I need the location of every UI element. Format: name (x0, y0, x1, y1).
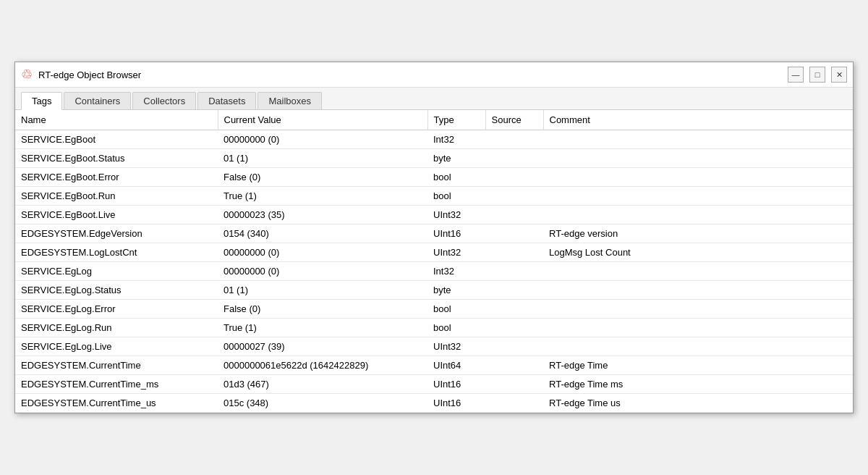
title-bar-left: ♲ RT-edge Object Browser (21, 67, 141, 83)
table-row[interactable]: SERVICE.EgBoot.Run True (1) bool (15, 187, 853, 206)
cell-name: SERVICE.EgLog.Error (15, 300, 218, 319)
header-name: Name (15, 110, 218, 130)
cell-source (485, 394, 543, 413)
cell-name: EDGESYSTEM.CurrentTime_ms (15, 375, 218, 394)
cell-comment (543, 337, 853, 356)
header-type: Type (427, 110, 485, 130)
table-row[interactable]: EDGESYSTEM.LogLostCnt 00000000 (0) UInt3… (15, 243, 853, 262)
header-source: Source (485, 110, 543, 130)
cell-comment: RT-edge Time (543, 356, 853, 375)
cell-comment (543, 187, 853, 206)
cell-type: UInt32 (427, 337, 485, 356)
cell-type: bool (427, 187, 485, 206)
table-row[interactable]: SERVICE.EgBoot.Status 01 (1) byte (15, 149, 853, 168)
cell-comment (543, 319, 853, 337)
cell-source (485, 243, 543, 262)
cell-value: 00000000 (0) (218, 130, 427, 149)
cell-comment: RT-edge Time ms (543, 375, 853, 394)
window-title: RT-edge Object Browser (38, 70, 141, 80)
table-row[interactable]: SERVICE.EgBoot.Live 00000023 (35) UInt32 (15, 206, 853, 224)
cell-comment: RT-edge Time us (543, 394, 853, 413)
cell-type: UInt32 (427, 206, 485, 224)
app-icon: ♲ (21, 67, 33, 83)
cell-name: SERVICE.EgLog.Live (15, 337, 218, 356)
table-row[interactable]: SERVICE.EgLog.Run True (1) bool (15, 319, 853, 337)
cell-name: EDGESYSTEM.LogLostCnt (15, 243, 218, 262)
cell-type: byte (427, 149, 485, 168)
tab-datasets[interactable]: Datasets (197, 92, 256, 109)
cell-name: SERVICE.EgBoot.Run (15, 187, 218, 206)
cell-type: Int32 (427, 262, 485, 281)
cell-comment (543, 262, 853, 281)
tab-tags[interactable]: Tags (21, 92, 62, 110)
cell-comment (543, 149, 853, 168)
cell-type: byte (427, 281, 485, 300)
cell-value: 0000000061e5622d (1642422829) (218, 356, 427, 375)
cell-value: 00000000 (0) (218, 243, 427, 262)
cell-value: 01 (1) (218, 281, 427, 300)
cell-source (485, 337, 543, 356)
cell-type: UInt16 (427, 224, 485, 243)
cell-value: 00000027 (39) (218, 337, 427, 356)
table-row[interactable]: SERVICE.EgBoot.Error False (0) bool (15, 168, 853, 187)
cell-type: UInt16 (427, 375, 485, 394)
cell-source (485, 187, 543, 206)
cell-value: 01d3 (467) (218, 375, 427, 394)
minimize-button[interactable]: — (788, 67, 804, 83)
cell-source (485, 206, 543, 224)
cell-type: UInt16 (427, 394, 485, 413)
tab-containers[interactable]: Containers (64, 92, 131, 109)
cell-value: 00000000 (0) (218, 262, 427, 281)
table-row[interactable]: SERVICE.EgBoot 00000000 (0) Int32 (15, 130, 853, 149)
cell-source (485, 168, 543, 187)
table-header-row: Name Current Value Type Source Comment (15, 110, 853, 130)
title-bar: ♲ RT-edge Object Browser — □ ✕ (15, 62, 853, 88)
table-row[interactable]: EDGESYSTEM.CurrentTime 0000000061e5622d … (15, 356, 853, 375)
tab-mailboxes[interactable]: Mailboxes (258, 92, 322, 109)
table-body: SERVICE.EgBoot 00000000 (0) Int32 SERVIC… (15, 130, 853, 413)
cell-name: SERVICE.EgLog.Status (15, 281, 218, 300)
maximize-button[interactable]: □ (809, 67, 825, 83)
data-table: Name Current Value Type Source Comment S… (15, 110, 853, 413)
cell-source (485, 319, 543, 337)
header-comment: Comment (543, 110, 853, 130)
cell-source (485, 149, 543, 168)
table-row[interactable]: SERVICE.EgLog.Error False (0) bool (15, 300, 853, 319)
cell-source (485, 281, 543, 300)
table-row[interactable]: EDGESYSTEM.CurrentTime_us 015c (348) UIn… (15, 394, 853, 413)
cell-comment: RT-edge version (543, 224, 853, 243)
cell-comment (543, 130, 853, 149)
table-row[interactable]: EDGESYSTEM.CurrentTime_ms 01d3 (467) UIn… (15, 375, 853, 394)
cell-name: SERVICE.EgLog.Run (15, 319, 218, 337)
table-wrapper[interactable]: Name Current Value Type Source Comment S… (15, 110, 853, 413)
cell-value: True (1) (218, 319, 427, 337)
cell-name: SERVICE.EgBoot.Error (15, 168, 218, 187)
close-button[interactable]: ✕ (831, 67, 847, 83)
tab-bar: Tags Containers Collectors Datasets Mail… (15, 88, 853, 110)
cell-name: EDGESYSTEM.CurrentTime (15, 356, 218, 375)
tab-collectors[interactable]: Collectors (132, 92, 196, 109)
table-row[interactable]: SERVICE.EgLog.Live 00000027 (39) UInt32 (15, 337, 853, 356)
cell-value: False (0) (218, 300, 427, 319)
cell-type: Int32 (427, 130, 485, 149)
cell-source (485, 356, 543, 375)
cell-value: False (0) (218, 168, 427, 187)
cell-name: SERVICE.EgBoot (15, 130, 218, 149)
cell-name: SERVICE.EgLog (15, 262, 218, 281)
cell-type: UInt64 (427, 356, 485, 375)
cell-value: 015c (348) (218, 394, 427, 413)
cell-name: SERVICE.EgBoot.Status (15, 149, 218, 168)
cell-comment (543, 206, 853, 224)
table-row[interactable]: EDGESYSTEM.EdgeVersion 0154 (340) UInt16… (15, 224, 853, 243)
cell-name: EDGESYSTEM.CurrentTime_us (15, 394, 218, 413)
cell-value: 0154 (340) (218, 224, 427, 243)
cell-source (485, 224, 543, 243)
cell-name: EDGESYSTEM.EdgeVersion (15, 224, 218, 243)
cell-source (485, 375, 543, 394)
cell-name: SERVICE.EgBoot.Live (15, 206, 218, 224)
cell-comment (543, 281, 853, 300)
table-row[interactable]: SERVICE.EgLog 00000000 (0) Int32 (15, 262, 853, 281)
cell-comment: LogMsg Lost Count (543, 243, 853, 262)
table-row[interactable]: SERVICE.EgLog.Status 01 (1) byte (15, 281, 853, 300)
cell-type: bool (427, 168, 485, 187)
